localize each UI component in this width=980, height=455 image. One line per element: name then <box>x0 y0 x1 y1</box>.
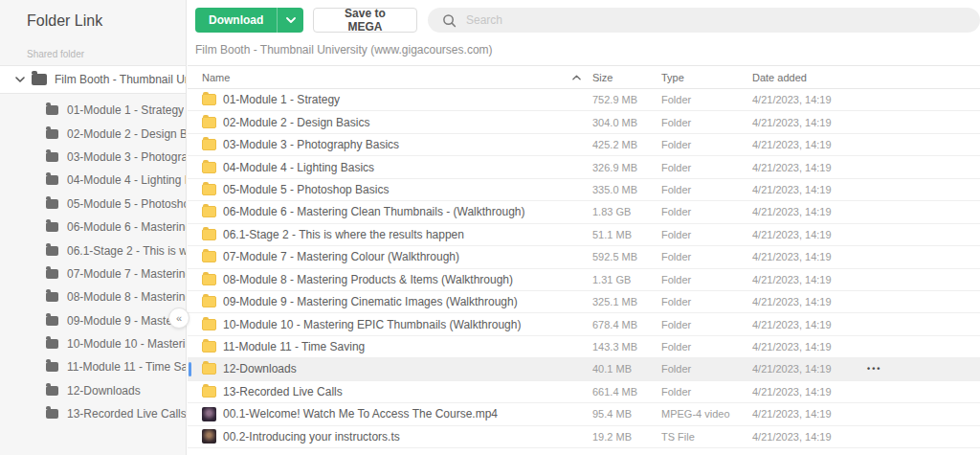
sidebar-item[interactable]: 08-Module 8 - Mastering Products & Items… <box>0 285 186 308</box>
file-type: Folder <box>661 139 752 150</box>
table-row[interactable]: 11-Module 11 - Time Saving143.3 MBFolder… <box>188 336 980 358</box>
sidebar-item[interactable]: 13-Recorded Live Calls <box>0 402 186 425</box>
folder-icon <box>46 316 58 326</box>
sidebar-item[interactable]: 10-Module 10 - Mastering EPIC Thumbnails… <box>0 332 186 355</box>
sidebar-item[interactable]: 09-Module 9 - Mastering Cinematic Images… <box>0 309 186 332</box>
sidebar-item[interactable]: 06.1-Stage 2 - This is where the results… <box>0 239 186 262</box>
sidebar-item-label: 06-Module 6 - Mastering Clean Thumbnails… <box>67 220 186 234</box>
sort-ascending-icon[interactable] <box>572 75 581 80</box>
file-size: 143.3 MB <box>592 341 661 353</box>
breadcrumb[interactable]: Film Booth - Thumbnail University (www.g… <box>188 33 980 57</box>
folder-icon <box>202 319 216 330</box>
table-row[interactable]: 02-Module 2 - Design Basics304.0 MBFolde… <box>188 111 980 133</box>
file-type: Folder <box>661 206 752 217</box>
folder-icon <box>202 251 216 262</box>
file-list-panel: Download Save to MEGA Film Booth - Thumb… <box>188 0 980 455</box>
table-row[interactable]: 06-Module 6 - Mastering Clean Thumbnails… <box>188 201 980 223</box>
folder-icon <box>46 362 58 372</box>
column-header-name[interactable]: Name <box>202 72 230 83</box>
folder-icon <box>46 386 58 396</box>
folder-icon <box>202 296 216 307</box>
sidebar-item[interactable]: 03-Module 3 - Photography Basics <box>0 146 186 169</box>
file-size: 335.0 MB <box>592 184 661 195</box>
folder-icon <box>202 184 216 195</box>
table-row[interactable]: 05-Module 5 - Photoshop Basics335.0 MBFo… <box>188 179 980 201</box>
sidebar-item-label: 12-Downloads <box>67 384 141 398</box>
file-size: 19.2 MB <box>592 431 661 443</box>
folder-icon <box>202 139 216 150</box>
folder-open-icon <box>32 74 47 85</box>
column-header-size[interactable]: Size <box>592 72 661 83</box>
table-row[interactable]: 09-Module 9 - Mastering Cinematic Images… <box>188 291 980 313</box>
file-name: 06-Module 6 - Mastering Clean Thumbnails… <box>223 205 592 218</box>
sidebar-item-label: 06.1-Stage 2 - This is where the results… <box>67 244 186 258</box>
file-size: 304.0 MB <box>592 117 661 128</box>
file-name: 02-Module 2 - Design Basics <box>223 116 592 129</box>
sidebar-root-label: Film Booth - Thumbnail University (www.g… <box>55 73 186 86</box>
table-row[interactable]: 03-Module 3 - Photography Basics425.2 MB… <box>188 134 980 156</box>
toolbar: Download Save to MEGA <box>188 0 980 33</box>
sidebar-item[interactable]: 04-Module 4 - Lighting Basics <box>0 169 186 192</box>
file-size: 425.2 MB <box>592 139 661 150</box>
file-type: Folder <box>661 341 752 353</box>
row-context-menu-button[interactable]: ••• <box>867 364 980 374</box>
sidebar-collapse-button[interactable]: « <box>168 307 189 329</box>
sidebar-item[interactable]: 07-Module 7 - Mastering Colour (Walkthro… <box>0 262 186 285</box>
table-row[interactable]: 06.1-Stage 2 - This is where the results… <box>188 224 980 246</box>
sidebar-item[interactable]: 06-Module 6 - Mastering Clean Thumbnails… <box>0 216 186 239</box>
file-size: 51.1 MB <box>592 229 661 240</box>
download-options-button[interactable] <box>277 8 303 33</box>
folder-icon <box>202 341 216 353</box>
sidebar-item[interactable]: 02-Module 2 - Design Basics <box>0 122 186 145</box>
sidebar-item[interactable]: 05-Module 5 - Photoshop Basics <box>0 193 186 216</box>
search-input[interactable] <box>466 13 897 27</box>
file-size: 752.9 MB <box>592 94 661 105</box>
folder-icon <box>46 152 58 162</box>
table-row[interactable]: 10-Module 10 - Mastering EPIC Thumbnails… <box>188 313 980 335</box>
file-name: 00.2-Introducing your instructors.ts <box>223 430 592 444</box>
table-row[interactable]: 12-Downloads40.1 MBFolder4/21/2023, 14:1… <box>188 358 980 380</box>
file-date: 4/21/2023, 14:19 <box>752 117 867 128</box>
file-date: 4/21/2023, 14:19 <box>752 206 867 217</box>
column-header-date[interactable]: Date added <box>752 72 867 83</box>
file-date: 4/21/2023, 14:19 <box>752 319 867 330</box>
folder-icon <box>46 339 58 349</box>
folder-icon <box>46 105 58 115</box>
table-row[interactable]: 08-Module 8 - Mastering Products & Items… <box>188 269 980 291</box>
download-button[interactable]: Download <box>195 8 277 33</box>
selection-indicator <box>189 362 191 376</box>
table-row[interactable]: 00.2-Introducing your instructors.ts19.2… <box>188 426 980 448</box>
sidebar-item[interactable]: 11-Module 11 - Time Saving <box>0 355 186 378</box>
file-date: 4/21/2023, 14:19 <box>752 184 867 195</box>
folder-icon <box>202 229 216 240</box>
file-type: Folder <box>661 319 752 330</box>
file-size: 95.4 MB <box>592 408 661 420</box>
download-split-button[interactable]: Download <box>195 8 303 33</box>
file-date: 4/21/2023, 14:19 <box>752 363 867 375</box>
video-thumbnail-icon <box>202 407 216 421</box>
save-to-mega-button[interactable]: Save to MEGA <box>313 8 417 33</box>
table-row[interactable]: 00.1-Welcome! Watch Me To Access The Cou… <box>188 403 980 425</box>
table-row[interactable]: 04-Module 4 - Lighting Basics326.9 MBFol… <box>188 156 980 178</box>
chevron-down-icon <box>15 77 25 82</box>
chevron-down-icon <box>286 17 296 23</box>
file-date: 4/21/2023, 14:19 <box>752 251 867 262</box>
table-row[interactable]: 01-Module 1 - Strategy752.9 MBFolder4/21… <box>188 89 980 111</box>
file-size: 661.4 MB <box>592 386 661 398</box>
folder-icon <box>46 292 58 302</box>
sidebar-item-label: 05-Module 5 - Photoshop Basics <box>67 197 186 211</box>
table-row[interactable]: 07-Module 7 - Mastering Colour (Walkthro… <box>188 246 980 268</box>
file-type: TS File <box>661 431 752 443</box>
file-name: 10-Module 10 - Mastering EPIC Thumbnails… <box>223 318 592 331</box>
search-bar[interactable] <box>428 8 980 33</box>
sidebar-root-folder[interactable]: Film Booth - Thumbnail University (www.g… <box>0 65 186 94</box>
file-date: 4/21/2023, 14:19 <box>752 408 867 420</box>
mega-folder-link-page: { "sidebar": { "title": "Folder Link", "… <box>0 0 980 455</box>
table-row[interactable]: 13-Recorded Live Calls661.4 MBFolder4/21… <box>188 381 980 403</box>
sidebar-item[interactable]: 01-Module 1 - Strategy <box>0 99 186 122</box>
folder-icon <box>202 94 216 105</box>
file-date: 4/21/2023, 14:19 <box>752 431 867 443</box>
file-name: 01-Module 1 - Strategy <box>223 93 592 106</box>
column-header-type[interactable]: Type <box>661 72 752 83</box>
sidebar-item[interactable]: 12-Downloads <box>0 379 186 402</box>
